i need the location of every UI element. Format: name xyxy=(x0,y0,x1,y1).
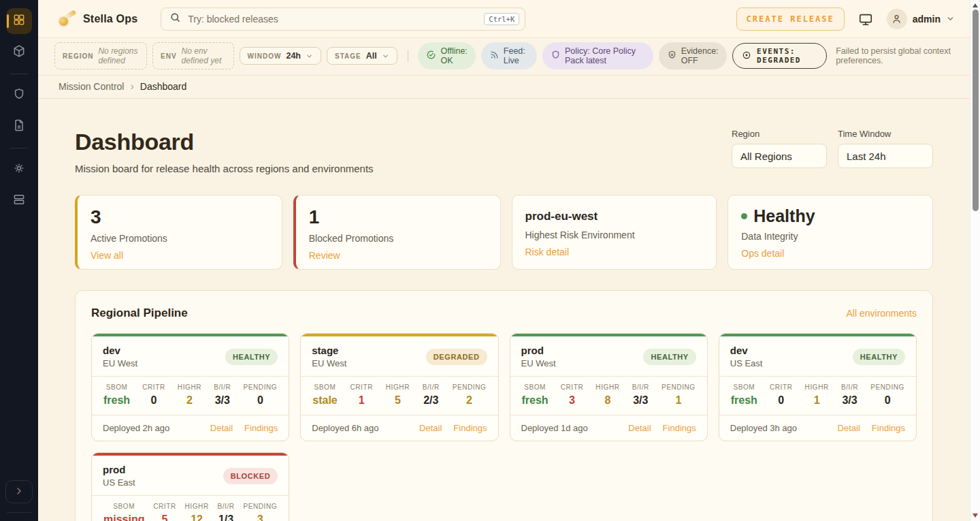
metric-value: 1 xyxy=(350,394,373,407)
detail-link[interactable]: Detail xyxy=(419,423,442,433)
region-select-label: Region xyxy=(732,129,827,139)
policy-status-chip[interactable]: Policy: Core Policy Pack latest xyxy=(542,42,653,69)
findings-link[interactable]: Findings xyxy=(663,423,696,433)
status-badge: BLOCKED xyxy=(223,468,278,484)
metric-label: CRITR xyxy=(770,383,793,391)
display-monitor-icon[interactable] xyxy=(858,12,873,27)
metric-bir: B/I/R1/3 xyxy=(217,503,234,521)
sidebar-item-infrastructure[interactable] xyxy=(6,188,32,214)
metric-value: fresh xyxy=(731,394,757,407)
detail-link[interactable]: Detail xyxy=(628,423,651,433)
region-filter-label: REGION xyxy=(63,52,93,60)
env-filter-chip[interactable]: ENV No env defined yet xyxy=(152,42,234,69)
region-filter-value: No regions defined xyxy=(98,46,139,65)
region-select[interactable]: All Regions xyxy=(732,144,827,168)
stat-card-data-integrity: Healthy Data Integrity Ops detail xyxy=(728,195,933,270)
breadcrumb-current: Dashboard xyxy=(140,81,187,92)
metric-highr: HIGHR12 xyxy=(185,503,209,521)
region-name: EU West xyxy=(521,358,556,368)
search-input[interactable] xyxy=(188,14,477,25)
search-shortcut-kbd: Ctrl+K xyxy=(484,13,519,25)
app-logo[interactable]: Stella Ops xyxy=(59,11,137,27)
panel-title: Regional Pipeline xyxy=(91,306,188,320)
panel-header: Regional Pipeline All environments xyxy=(91,306,917,320)
findings-link[interactable]: Findings xyxy=(872,423,905,433)
top-bar: Stella Ops Ctrl+K CREATE RELEASE admin xyxy=(38,0,970,38)
window-filter-label: WINDOW xyxy=(248,52,282,60)
user-menu[interactable]: admin xyxy=(887,9,955,29)
pipeline-card: stage EU West DEGRADED SBOMstale CRITR1 … xyxy=(300,333,498,441)
vertical-scrollbar[interactable] xyxy=(970,0,980,521)
all-environments-link[interactable]: All environments xyxy=(847,308,917,319)
breadcrumb-parent[interactable]: Mission Control xyxy=(59,81,124,92)
metric-label: HIGHR xyxy=(595,383,619,391)
detail-link[interactable]: Detail xyxy=(210,423,233,433)
metric-highr: HIGHR8 xyxy=(595,383,619,407)
metric-label: B/I/R xyxy=(841,383,858,391)
create-release-button[interactable]: CREATE RELEASE xyxy=(736,7,845,31)
stage-filter-value: All xyxy=(366,51,377,61)
sidebar-collapse-button[interactable] xyxy=(5,480,33,503)
stat-cards-row: 3 Active Promotions View all 1 Blocked P… xyxy=(75,195,933,270)
metric-pending: PENDING1 xyxy=(662,383,696,407)
scroll-up-arrow-icon[interactable] xyxy=(973,3,978,7)
ops-detail-link[interactable]: Ops detail xyxy=(741,248,919,259)
pipeline-card-footer: Deployed 6h ago Detail Findings xyxy=(301,415,497,441)
feed-status-chip[interactable]: Feed: Live xyxy=(481,42,537,69)
scroll-down-arrow-icon[interactable] xyxy=(973,514,978,518)
sidebar-item-security[interactable] xyxy=(6,82,32,108)
global-search[interactable]: Ctrl+K xyxy=(161,7,525,31)
stage-filter-dropdown[interactable]: STAGE All xyxy=(327,47,397,65)
metric-value: 2 xyxy=(178,394,201,407)
search-icon xyxy=(169,12,181,26)
metric-label: SBOM xyxy=(522,383,549,391)
view-all-link[interactable]: View all xyxy=(91,250,269,261)
metric-label: HIGHR xyxy=(185,503,209,510)
events-status-chip[interactable]: EVENTS: DEGRADED xyxy=(732,43,827,69)
metric-highr: HIGHR5 xyxy=(386,383,410,407)
time-window-select-label: Time Window xyxy=(838,129,933,139)
window-filter-dropdown[interactable]: WINDOW 24h xyxy=(240,47,321,65)
metric-bir: B/I/R3/3 xyxy=(632,383,649,407)
pipeline-grid: dev EU West HEALTHY SBOMfresh CRITR0 HIG… xyxy=(91,333,917,521)
metric-value: fresh xyxy=(103,394,130,407)
metric-sbom: SBOMstale xyxy=(312,383,337,407)
metric-pending: PENDING0 xyxy=(243,383,277,407)
metric-sbom: SBOMfresh xyxy=(522,383,549,407)
metric-value: 0 xyxy=(870,394,904,407)
status-badge: HEALTHY xyxy=(853,349,905,365)
environment-name: dev xyxy=(103,345,137,356)
sidebar-item-settings[interactable] xyxy=(6,157,32,183)
metric-highr: HIGHR1 xyxy=(805,383,829,407)
status-badge: DEGRADED xyxy=(426,349,487,365)
metric-label: B/I/R xyxy=(217,503,234,510)
region-select-group: Region All Regions xyxy=(732,129,827,168)
time-window-select[interactable]: Last 24h xyxy=(838,144,933,168)
region-filter-chip[interactable]: REGION No regions defined xyxy=(54,42,147,69)
environment-name: dev xyxy=(730,345,763,356)
policy-status-label: Policy: Core Policy Pack latest xyxy=(565,46,645,65)
metric-sbom: SBOMfresh xyxy=(103,383,130,407)
stat-card-blocked-promotions: 1 Blocked Promotions Review xyxy=(293,195,501,270)
risk-detail-link[interactable]: Risk detail xyxy=(525,247,704,257)
findings-link[interactable]: Findings xyxy=(453,423,487,433)
detail-link[interactable]: Detail xyxy=(838,423,860,433)
pipeline-card-metrics: SBOMfresh CRITR0 HIGHR1 B/I/R3/3 PENDING… xyxy=(719,376,916,415)
shield-icon xyxy=(12,87,26,104)
sidebar-item-documents[interactable] xyxy=(6,114,32,140)
review-link[interactable]: Review xyxy=(309,250,487,261)
scrollbar-thumb[interactable] xyxy=(973,10,979,211)
region-name: EU West xyxy=(103,358,137,368)
pipeline-card-metrics: SBOMfresh CRITR0 HIGHR2 B/I/R3/3 PENDING… xyxy=(92,376,289,415)
evidence-status-label: Evidence: OFF xyxy=(681,46,719,65)
regional-pipeline-panel: Regional Pipeline All environments dev E… xyxy=(75,290,933,521)
evidence-status-chip[interactable]: Evidence: OFF xyxy=(659,42,727,69)
region-name: US East xyxy=(730,358,763,368)
findings-link[interactable]: Findings xyxy=(244,423,278,433)
metric-value: 2 xyxy=(453,394,487,407)
status-badge: HEALTHY xyxy=(225,349,278,365)
metric-value: 3/3 xyxy=(841,394,858,407)
offline-status-chip[interactable]: Offline: OK xyxy=(418,42,475,69)
sidebar-item-dashboard[interactable] xyxy=(6,8,32,34)
sidebar-item-releases[interactable] xyxy=(6,40,32,65)
